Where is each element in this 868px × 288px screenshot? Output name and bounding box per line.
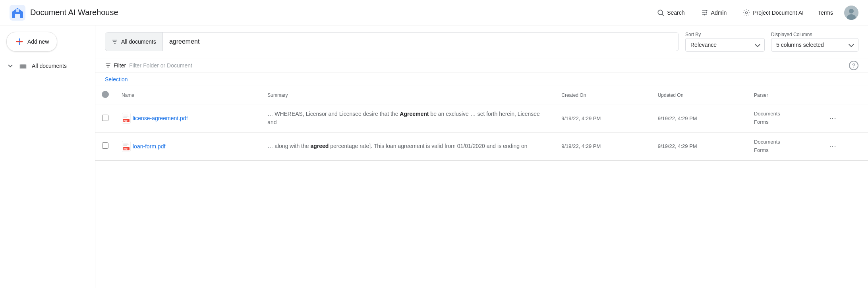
avatar[interactable] — [844, 6, 858, 20]
row-more-button[interactable]: ⋯ — [826, 140, 839, 152]
svg-rect-27 — [123, 116, 129, 117]
columns-select[interactable]: 5 columns selected — [771, 38, 858, 52]
search-button[interactable]: Search — [650, 6, 691, 20]
avatar-image — [844, 6, 858, 20]
svg-rect-28 — [123, 117, 127, 118]
columns-container: Displayed Columns 5 columns selected — [771, 32, 858, 52]
expand-icon — [6, 62, 14, 70]
svg-point-8 — [706, 12, 707, 13]
summary-highlight: Agreement — [400, 111, 429, 117]
svg-text:PDF: PDF — [124, 148, 128, 150]
filter-icon — [105, 62, 111, 69]
table-row: PDF loan-form.pdf … along with the agree… — [95, 132, 868, 161]
svg-point-2 — [658, 10, 663, 15]
col-updated-on: Updated On — [651, 86, 748, 104]
app-title: Document AI Warehouse — [30, 8, 118, 17]
sort-select[interactable]: Relevance — [685, 38, 765, 52]
row-filename[interactable]: license-agreement.pdf — [133, 115, 188, 121]
app-logo-icon — [10, 5, 25, 21]
terms-link[interactable]: Terms — [813, 6, 838, 19]
admin-label: Admin — [711, 10, 727, 16]
columns-chevron-icon — [849, 41, 854, 47]
selection-row: Selection — [95, 73, 868, 86]
sort-chevron-icon — [755, 41, 760, 47]
sort-container: Sort By Relevance — [685, 32, 765, 52]
search-label: Search — [667, 10, 684, 16]
search-bar-area: All documents Sort By Relevance Displaye… — [95, 25, 868, 58]
col-actions — [820, 86, 868, 104]
filter-button[interactable]: Filter — [105, 62, 126, 69]
all-documents-btn-label: All documents — [121, 38, 156, 45]
col-created-on: Created On — [555, 86, 651, 104]
content-area: All documents Sort By Relevance Displaye… — [95, 25, 868, 288]
search-input-container: All documents — [105, 32, 679, 51]
all-documents-filter-btn[interactable]: All documents — [105, 33, 163, 51]
table-row: PDF license-agreement.pdf … WHEREAS, Lic… — [95, 104, 868, 132]
row-more-cell: ⋯ — [820, 104, 868, 132]
svg-point-9 — [704, 14, 705, 15]
row-parser: DocumentsForms — [748, 132, 820, 161]
row-parser: DocumentsForms — [748, 104, 820, 132]
svg-rect-1 — [16, 9, 19, 12]
col-parser: Parser — [748, 86, 820, 104]
file-cell: PDF license-agreement.pdf — [122, 113, 255, 124]
search-icon — [657, 9, 665, 17]
row-summary-cell: … WHEREAS, Licensor and Licensee desire … — [261, 104, 555, 132]
pdf-icon: PDF — [122, 141, 133, 152]
row-updated-on: 9/19/22, 4:29 PM — [651, 132, 748, 161]
columns-value: 5 columns selected — [776, 42, 824, 48]
svg-rect-33 — [123, 143, 128, 144]
row-more-button[interactable]: ⋯ — [826, 112, 839, 124]
row-more-cell: ⋯ — [820, 132, 868, 161]
selection-link[interactable]: Selection — [105, 76, 128, 83]
sort-label: Sort By — [685, 32, 765, 37]
add-new-button[interactable]: Add new — [6, 32, 57, 52]
row-checkbox-cell — [95, 104, 115, 132]
row-name-cell: PDF license-agreement.pdf — [115, 104, 261, 132]
svg-point-10 — [746, 12, 748, 13]
summary-highlight: agreed — [310, 143, 329, 149]
help-icon[interactable]: ? — [849, 61, 858, 70]
row-name-cell: PDF loan-form.pdf — [115, 132, 261, 161]
svg-rect-35 — [123, 145, 127, 146]
svg-text:PDF: PDF — [124, 120, 128, 122]
sidebar: Add new All documents — [0, 25, 95, 288]
sort-value: Relevance — [690, 42, 717, 48]
svg-line-3 — [662, 14, 664, 16]
row-created-on: 9/19/22, 4:29 PM — [555, 132, 651, 161]
svg-point-7 — [706, 10, 707, 11]
row-checkbox[interactable] — [102, 142, 108, 149]
svg-rect-26 — [123, 115, 128, 115]
add-new-label: Add new — [27, 38, 49, 45]
table-container: Name Summary Created On Updated On Parse… — [95, 86, 868, 288]
app-logo: Document AI Warehouse — [10, 5, 118, 21]
row-summary-cell: … along with the agreed percentage rate]… — [261, 132, 555, 161]
project-button[interactable]: Project Document AI — [736, 6, 810, 20]
documents-table: Name Summary Created On Updated On Parse… — [95, 86, 868, 161]
checkbox-header — [95, 86, 115, 104]
row-filename[interactable]: loan-form.pdf — [133, 143, 165, 150]
row-checkbox[interactable] — [102, 115, 108, 121]
search-input[interactable] — [163, 38, 679, 45]
filter-label: Filter — [114, 62, 126, 69]
admin-button[interactable]: Admin — [694, 6, 733, 20]
table-header-row: Name Summary Created On Updated On Parse… — [95, 86, 868, 104]
filter-lines-icon — [112, 38, 118, 45]
file-cell: PDF loan-form.pdf — [122, 141, 255, 152]
admin-icon — [701, 9, 709, 17]
folder-icon — [19, 62, 27, 70]
select-all-checkbox[interactable] — [102, 91, 109, 98]
filter-placeholder[interactable]: Filter Folder or Document — [129, 62, 192, 69]
all-documents-label: All documents — [32, 63, 67, 69]
col-summary: Summary — [261, 86, 555, 104]
add-icon — [15, 37, 24, 46]
row-checkbox-cell — [95, 132, 115, 161]
project-label: Project Document AI — [753, 10, 804, 16]
nav-actions: Search Admin Project Document AI Terms — [650, 6, 858, 20]
main-layout: Add new All documents — [0, 25, 868, 288]
pdf-icon: PDF — [122, 113, 133, 124]
svg-point-12 — [849, 9, 854, 13]
sidebar-item-all-documents[interactable]: All documents — [0, 58, 95, 74]
top-nav: Document AI Warehouse Search Admin — [0, 0, 868, 25]
filter-bar: Filter Filter Folder or Document ? — [95, 58, 868, 73]
